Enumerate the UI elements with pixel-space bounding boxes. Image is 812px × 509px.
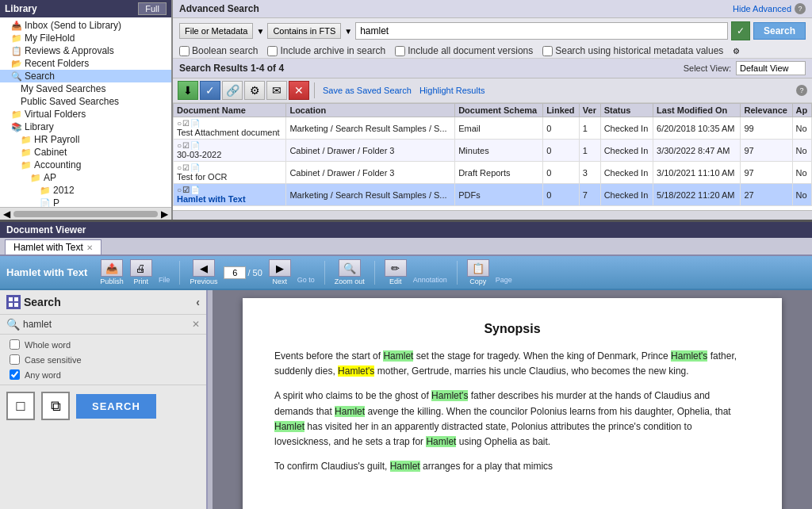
- results-help-icon[interactable]: ?: [796, 85, 807, 96]
- table-row[interactable]: ○ ☑ 📄 Test for OCR Cabinet / Drawer / Fo…: [174, 162, 812, 184]
- boolean-checkbox[interactable]: [179, 46, 190, 56]
- tree-item-public-saved[interactable]: Public Saved Searches: [0, 95, 171, 108]
- historical-option[interactable]: Search using historical metadata values: [542, 45, 723, 56]
- tree-item-inbox[interactable]: 📥 Inbox (Send to Library): [0, 19, 171, 32]
- execute-search-button[interactable]: SEARCH: [76, 394, 156, 419]
- tree-item-my-saved[interactable]: My Saved Searches: [0, 82, 171, 95]
- results-table: Document Name Location Document Schema L…: [173, 103, 812, 210]
- check-btn[interactable]: ✓: [200, 81, 220, 100]
- tree-item-p[interactable]: 📄 P: [0, 197, 171, 207]
- filter1-dropdown[interactable]: File or Metadata: [179, 23, 253, 39]
- tree-item-cabinet[interactable]: 📁 Cabinet: [0, 146, 171, 159]
- table-row-highlighted[interactable]: ○ ☑ 📄 Hamlet with Text Marketing / Searc…: [174, 184, 812, 206]
- results-scrollbar[interactable]: [173, 210, 812, 220]
- tree-item-accounting[interactable]: 📁 Accounting: [0, 159, 171, 171]
- publish-icon[interactable]: 📤: [101, 259, 123, 277]
- link-btn[interactable]: 🔗: [222, 81, 243, 100]
- search-go-button[interactable]: Search: [753, 22, 806, 40]
- tree-item-recent[interactable]: 📂 Recent Folders: [0, 57, 171, 70]
- tree-label-accounting: Accounting: [34, 159, 81, 170]
- workflow-btn[interactable]: ⚙: [244, 81, 265, 100]
- table-row[interactable]: ○ ☑ 📄 30-03-2022 Cabinet / Drawer / Fold…: [174, 140, 812, 162]
- include-versions-option[interactable]: Include all document versions: [395, 45, 533, 56]
- hide-advanced-link[interactable]: Hide Advanced: [733, 4, 791, 13]
- help-icon[interactable]: ?: [795, 3, 806, 14]
- previous-icon[interactable]: ◀: [193, 259, 215, 277]
- zoom-out-tool[interactable]: 🔍 Zoom out: [335, 259, 365, 285]
- tree-item-library-root[interactable]: 📚 Library: [0, 121, 171, 133]
- download-btn[interactable]: ⬇: [178, 81, 198, 100]
- single-page-icon-btn[interactable]: □: [6, 392, 35, 420]
- zoom-out-icon[interactable]: 🔍: [339, 259, 361, 277]
- multi-page-icon-btn[interactable]: ⧉: [41, 392, 70, 420]
- tree-item-2012[interactable]: 📁 2012: [0, 184, 171, 197]
- delete-btn[interactable]: ✕: [289, 81, 309, 100]
- tree-label-library-root: Library: [25, 121, 54, 132]
- copy-icon[interactable]: 📋: [467, 259, 489, 277]
- view-dropdown[interactable]: Default View: [736, 61, 806, 75]
- copy-tool[interactable]: 📋 Copy: [467, 259, 489, 285]
- row3-ap: No: [792, 162, 811, 184]
- library-scrollbar[interactable]: ◀ ▶: [0, 207, 171, 220]
- doc-tab[interactable]: Hamlet with Text ✕: [5, 239, 102, 254]
- edit-icon[interactable]: ✏: [385, 259, 407, 277]
- publish-tool[interactable]: 📤 Publish: [100, 259, 124, 285]
- next-icon[interactable]: ▶: [269, 259, 291, 277]
- previous-tool[interactable]: ◀ Previous: [190, 259, 217, 285]
- doc-viewer-tabs: Hamlet with Text ✕: [0, 238, 812, 256]
- historical-checkbox[interactable]: [542, 46, 553, 56]
- print-tool[interactable]: 🖨 Print: [130, 259, 152, 285]
- any-word-checkbox[interactable]: [10, 369, 20, 380]
- tree-item-virtual[interactable]: 📁 Virtual Folders: [0, 108, 171, 121]
- row1-modified: 6/20/2018 10:35 AM: [653, 117, 741, 140]
- case-sensitive-checkbox[interactable]: [10, 354, 20, 365]
- row3-location: Cabinet / Drawer / Folder 3: [286, 162, 455, 184]
- include-archive-label: Include archive in search: [280, 45, 385, 56]
- full-button[interactable]: Full: [138, 2, 167, 15]
- paragraph-2: A spirit who claims to be the ghost of H…: [274, 388, 750, 450]
- tree-item-hr-payroll[interactable]: 📁 HR Payroll: [0, 133, 171, 146]
- tree-item-myfilehold[interactable]: 📁 My FileHold: [0, 32, 171, 44]
- search-main-input[interactable]: [355, 22, 728, 40]
- icon-buttons-row: □ ⧉ SEARCH: [6, 392, 200, 420]
- zoom-out-label: Zoom out: [335, 277, 365, 285]
- email-btn[interactable]: ✉: [266, 81, 287, 100]
- close-tab-icon[interactable]: ✕: [86, 243, 93, 252]
- whole-word-checkbox[interactable]: [10, 339, 20, 350]
- row4-icon1: ○: [177, 186, 182, 194]
- hide-advanced-area: Hide Advanced ?: [733, 3, 806, 14]
- annotation-group-label: Annotation: [413, 276, 447, 284]
- go-to-controls: / 50: [224, 266, 262, 279]
- search-inner-row: 🔍 ✕: [0, 315, 206, 335]
- include-archive-option[interactable]: Include archive in search: [267, 45, 385, 56]
- scroll-right-icon[interactable]: ▶: [161, 209, 168, 220]
- row1-location: Marketing / Search Result Samples / S...: [286, 117, 455, 140]
- scroll-left-icon[interactable]: ◀: [3, 209, 10, 220]
- grid-icon[interactable]: [6, 295, 21, 309]
- collapse-pane-icon[interactable]: ‹: [196, 296, 200, 308]
- options-more-icon[interactable]: ⚙: [733, 47, 740, 55]
- filter2-dropdown[interactable]: Contains in FTS: [267, 23, 341, 39]
- table-row[interactable]: ○ ☑ 📄 Test Attachment document Marketing…: [174, 117, 812, 140]
- save-search-btn[interactable]: Save as Saved Search: [320, 86, 415, 95]
- boolean-search-option[interactable]: Boolean search: [179, 45, 258, 56]
- scrollbar-track[interactable]: [13, 211, 158, 217]
- paragraph-3: To confirm Claudius's guilt, Hamlet arra…: [274, 459, 750, 474]
- row2-icon1: ○: [177, 141, 182, 150]
- clear-search-icon[interactable]: ✕: [192, 319, 200, 330]
- include-versions-checkbox[interactable]: [395, 46, 405, 56]
- document-search-input[interactable]: [23, 319, 189, 330]
- toolbar-sep: [314, 82, 315, 98]
- print-icon[interactable]: 🖨: [130, 259, 152, 277]
- include-archive-checkbox[interactable]: [267, 46, 278, 56]
- highlight-results-btn[interactable]: Highlight Results: [416, 86, 488, 95]
- edit-tool[interactable]: ✏ Edit: [385, 259, 407, 285]
- tree-item-reviews[interactable]: 📋 Reviews & Approvals: [0, 44, 171, 57]
- page-number-input[interactable]: [224, 266, 246, 279]
- tree-label-inbox: Inbox (Send to Library): [25, 20, 121, 31]
- search-submit-icon[interactable]: ✓: [731, 21, 750, 40]
- tree-item-ap[interactable]: 📁 AP: [0, 171, 171, 184]
- next-tool[interactable]: ▶ Next: [269, 259, 291, 285]
- tree-item-search[interactable]: 🔍 Search: [0, 70, 171, 82]
- tree-label-public-saved: Public Saved Searches: [21, 96, 119, 107]
